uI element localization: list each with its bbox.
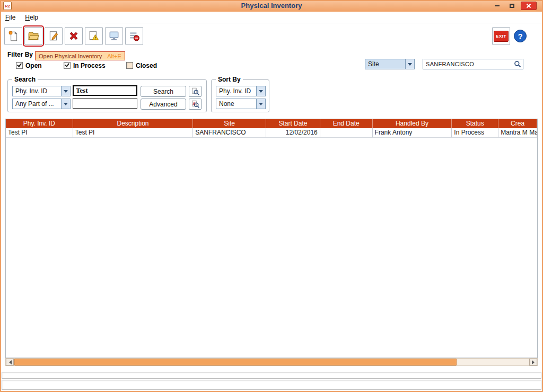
display-button[interactable] [105,27,123,45]
col-header-status[interactable]: Status [452,119,498,128]
exit-button[interactable]: EXIT [492,27,510,45]
col-header-created-by[interactable]: Crea [498,119,537,128]
check-icon [17,62,22,67]
open-folder-icon [28,30,39,42]
chevron-down-icon [61,86,70,96]
sortby-group-title: Sort By [216,76,243,83]
site-search-value: SANFRANCISCO [423,61,512,67]
filter-by-label: Filter By [7,51,33,58]
search-input-1[interactable] [73,85,137,96]
status-bar-lower [2,380,541,390]
magnifier-page-icon [191,87,199,95]
advanced-button[interactable]: Advanced [141,99,186,110]
search-groupbox: Search Phy. Inv. ID Search Any Part of .… [7,79,207,112]
sortby-combo-2[interactable]: None [216,99,266,109]
cell-site: SANFRANCISCO [193,128,266,138]
horizontal-scrollbar[interactable] [5,358,538,366]
minimize-button[interactable] [491,2,503,10]
new-document-icon [7,30,19,42]
col-header-handled-by[interactable]: Handled By [373,119,452,128]
chevron-down-icon [405,59,414,69]
window-title: Physical Inventory [0,0,543,12]
exit-icon: EXIT [494,31,509,42]
closed-checkbox[interactable] [126,62,133,69]
status-bar-upper [2,372,541,379]
cell-created-by: Mantra M Ma [498,128,537,138]
warning-page-icon [88,30,100,42]
remove-list-icon [128,30,140,42]
search-field-combo-1[interactable]: Phy. Inv. ID [12,86,71,96]
sortby-groupbox: Sort By Phy. Inv. ID None [211,79,269,112]
search-button[interactable]: Search [141,86,186,97]
delete-button[interactable] [65,27,83,45]
site-combo-value: Site [365,60,405,68]
scroll-left-button[interactable] [6,359,14,366]
table-header-row: Phy. Inv. ID Description Site Start Date… [6,119,537,128]
chevron-down-icon [61,99,70,109]
delete-x-icon [68,30,80,42]
search-field-combo-2[interactable]: Any Part of ... [12,99,71,109]
app-window: R2 Physical Inventory File Help [0,0,543,392]
open-checkbox[interactable] [16,62,23,69]
open-button[interactable] [24,27,42,45]
toolbar: EXIT ? [0,23,543,49]
remove-button[interactable] [125,27,143,45]
sortby-combo-2-value: None [216,100,256,108]
menu-bar: File Help [0,12,543,23]
magnifier-advanced-icon [191,100,199,108]
minimize-icon [495,5,500,6]
col-header-start-date[interactable]: Start Date [266,119,320,128]
help-button[interactable]: ? [511,27,529,45]
sortby-combo-1[interactable]: Phy. Inv. ID [216,86,266,96]
scroll-right-button[interactable] [529,359,537,366]
cell-end-date [320,128,373,138]
open-tooltip: Open Physical Inventory Alt+E [35,51,125,60]
edit-icon [48,30,59,42]
new-button[interactable] [4,27,22,45]
close-button[interactable] [521,2,537,10]
title-bar: R2 Physical Inventory [0,0,543,12]
search-field-combo-1-value: Phy. Inv. ID [13,87,61,95]
site-search-field[interactable]: SANFRANCISCO [423,59,523,69]
in-process-checkbox[interactable] [64,62,71,69]
search-field-combo-2-value: Any Part of ... [13,100,61,108]
search-magnifier-icon[interactable] [512,60,523,68]
scrollbar-thumb[interactable] [14,359,457,366]
col-header-site[interactable]: Site [193,119,266,128]
search-lookup-button[interactable] [189,86,202,97]
results-table: Phy. Inv. ID Description Site Start Date… [5,119,538,358]
chevron-down-icon [256,86,265,96]
tooltip-text: Open Physical Inventory [39,53,102,59]
search-input-2[interactable] [73,98,137,109]
arrow-right-icon [532,360,537,364]
menu-help[interactable]: Help [25,14,38,21]
chevron-down-icon [256,99,265,109]
tooltip-shortcut: Alt+E [107,53,121,59]
check-icon [65,62,69,67]
cell-status: In Process [452,128,498,138]
site-combo[interactable]: Site [365,59,415,69]
sortby-combo-1-value: Phy. Inv. ID [216,87,256,95]
advanced-lookup-button[interactable] [189,99,202,110]
table-row[interactable]: Test PI Test PI SANFRANCISCO 12/02/2016 … [6,128,537,138]
warning-button[interactable] [85,27,103,45]
closed-checkbox-label: Closed [136,62,157,69]
cell-description: Test PI [73,128,194,138]
col-header-description[interactable]: Description [73,119,194,128]
cell-start-date: 12/02/2016 [266,128,320,138]
help-icon: ? [514,30,527,42]
in-process-checkbox-label: In Process [73,62,106,69]
search-group-title: Search [12,76,38,83]
edit-button[interactable] [45,27,63,45]
open-checkbox-label: Open [25,62,42,69]
menu-file[interactable]: File [5,14,15,21]
col-header-phy-inv-id[interactable]: Phy. Inv. ID [6,119,73,128]
maximize-button[interactable] [506,2,518,10]
col-header-end-date[interactable]: End Date [320,119,373,128]
arrow-left-icon [7,360,12,364]
cell-phy-inv-id: Test PI [6,128,73,138]
monitor-icon [108,30,120,42]
maximize-icon [510,4,514,8]
cell-handled-by: Frank Antony [373,128,452,138]
